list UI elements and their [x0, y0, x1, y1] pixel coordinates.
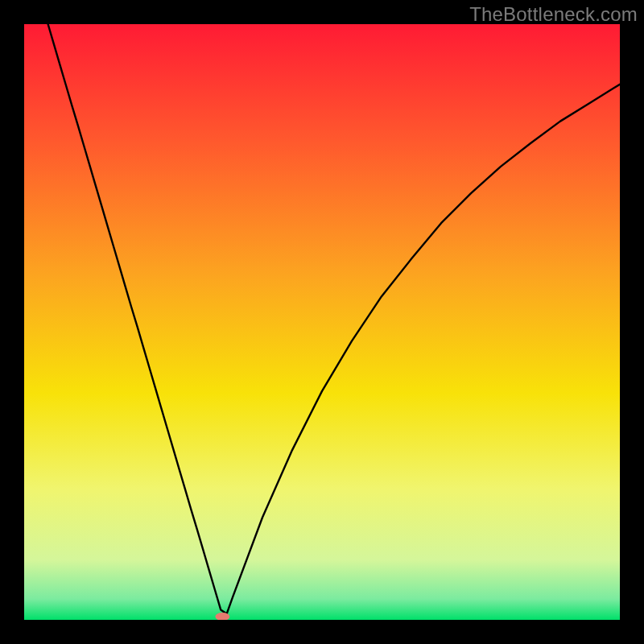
attribution-label: TheBottleneck.com [469, 3, 638, 26]
chart-frame: TheBottleneck.com [0, 0, 644, 644]
plot-area [24, 24, 620, 620]
gradient-background [24, 24, 620, 620]
chart-svg [24, 24, 620, 620]
